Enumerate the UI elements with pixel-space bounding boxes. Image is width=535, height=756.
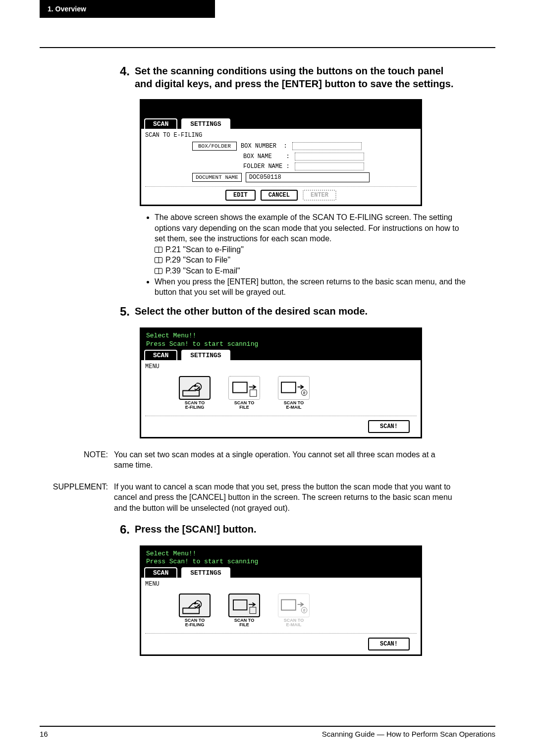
scan-to-file-button[interactable]: SCAN TO FILE <box>224 376 264 410</box>
panel-message-line2: Press Scan! to start scanning <box>146 340 416 349</box>
scan-tab[interactable]: SCAN <box>144 567 177 578</box>
book-icon <box>155 247 162 253</box>
step-4-number: 4. <box>114 64 135 78</box>
note-label: NOTE: <box>40 449 114 471</box>
mode-label: SCAN TO FILE <box>224 401 264 410</box>
step-6-number: 6. <box>114 523 135 537</box>
svg-rect-5 <box>233 600 247 610</box>
svg-rect-2 <box>281 382 296 392</box>
svg-rect-7 <box>281 600 296 610</box>
box-name-label: BOX NAME : <box>243 153 293 160</box>
mode-label: SCAN TO E-FILING <box>175 401 214 410</box>
scan-to-email-button[interactable]: @ SCAN TO E-MAIL <box>274 594 314 627</box>
step-6-heading: Press the [SCAN!] button. <box>135 523 257 536</box>
step-5-number: 5. <box>114 305 135 319</box>
overview-tab: 1. Overview <box>40 0 215 18</box>
scan-button[interactable]: SCAN! <box>368 638 410 650</box>
bullet-text: When you press the [ENTER] button, the s… <box>155 276 467 298</box>
page-number: 16 <box>40 730 48 738</box>
svg-rect-1 <box>250 389 257 396</box>
touch-panel-settings-screenshot: SCAN SETTINGS SCAN TO E-FILING BOX/FOLDE… <box>140 99 422 206</box>
supplement-text: If you want to cancel a scan mode that y… <box>114 482 456 514</box>
touch-panel-menu-screenshot: Select Menu!! Press Scan! to start scann… <box>140 327 422 438</box>
folder-name-field <box>295 162 364 170</box>
mode-label: SCAN TO E-MAIL <box>274 401 314 410</box>
settings-tab[interactable]: SETTINGS <box>181 118 230 129</box>
ref-link: P.29 "Scan to File" <box>165 255 230 266</box>
scan-to-email-button[interactable]: @ SCAN TO E-MAIL <box>274 376 314 410</box>
supplement-label: SUPPLEMENT: <box>40 482 114 514</box>
mode-label: SCAN TO E-MAIL <box>274 618 314 627</box>
step-5-heading: Select the other button of the desired s… <box>135 305 368 318</box>
scan-tab[interactable]: SCAN <box>144 118 177 129</box>
settings-tab[interactable]: SETTINGS <box>181 350 230 360</box>
panel-message-line2: Press Scan! to start scanning <box>146 558 416 566</box>
ref-link: P.21 "Scan to e-Filing" <box>165 244 244 255</box>
box-number-field <box>292 142 362 150</box>
edit-button[interactable]: EDIT <box>225 190 256 201</box>
menu-label: MENU <box>145 363 417 370</box>
svg-text:@: @ <box>303 391 306 395</box>
panel-message-line1: Select Menu!! <box>146 332 416 340</box>
settings-tab[interactable]: SETTINGS <box>181 567 230 578</box>
document-name-button[interactable]: DOCUMENT NAME <box>192 173 242 182</box>
svg-rect-0 <box>233 382 247 392</box>
menu-label: MENU <box>145 581 417 588</box>
svg-text:@: @ <box>303 609 306 613</box>
scan-to-efiling-button[interactable]: SCAN TO E-FILING <box>175 594 214 627</box>
footer-title: Scanning Guide — How to Perform Scan Ope… <box>322 730 495 738</box>
document-name-value: DOC050118 <box>246 172 370 182</box>
book-icon <box>155 268 162 274</box>
cancel-button[interactable]: CANCEL <box>261 190 298 201</box>
enter-button[interactable]: ENTER <box>303 190 336 201</box>
box-name-field <box>295 153 364 161</box>
scan-to-efiling-button[interactable]: SCAN TO E-FILING <box>175 376 214 410</box>
top-divider <box>40 47 495 48</box>
box-number-label: BOX NUMBER : <box>241 143 290 150</box>
book-icon <box>155 257 162 263</box>
panel-message-line1: Select Menu!! <box>146 550 416 558</box>
scan-tab[interactable]: SCAN <box>144 350 177 360</box>
box-folder-button[interactable]: BOX/FOLDER <box>192 142 237 151</box>
svg-rect-6 <box>250 607 256 614</box>
mode-label: SCAN TO E-FILING <box>175 618 214 627</box>
ref-link: P.39 "Scan to E-mail" <box>165 266 240 276</box>
touch-panel-scan-screenshot: Select Menu!! Press Scan! to start scann… <box>140 545 422 656</box>
scan-button[interactable]: SCAN! <box>368 420 410 433</box>
folder-name-label: FOLDER NAME : <box>243 163 293 170</box>
note-text: You can set two scan modes at a single o… <box>114 449 456 471</box>
bullet-text: The above screen shows the example of th… <box>155 212 467 244</box>
step-4-heading: Set the scanning conditions using the bu… <box>135 64 462 90</box>
panel-title: SCAN TO E-FILING <box>145 132 417 139</box>
mode-label: SCAN TO FILE <box>224 618 264 627</box>
scan-to-file-button[interactable]: SCAN TO FILE <box>224 594 264 627</box>
